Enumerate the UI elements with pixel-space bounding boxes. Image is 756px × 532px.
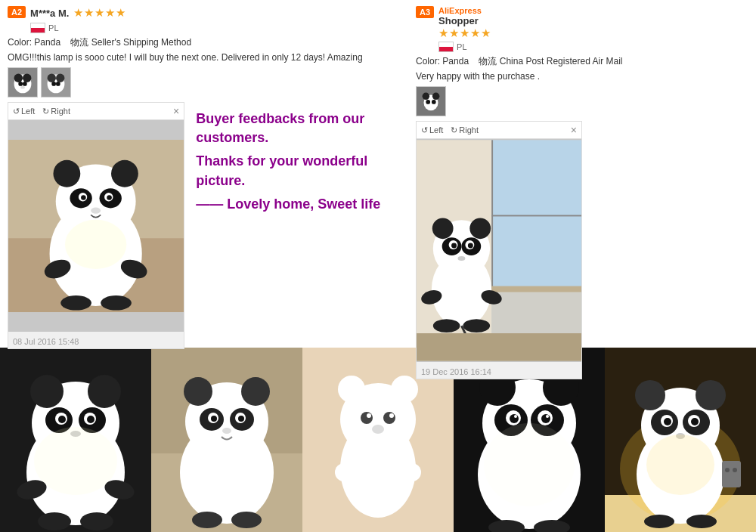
shopper-label: Shopper [438,15,491,26]
overlay-text-box: Buyer feedbacks from our customers. Than… [192,102,401,226]
reviews-section: A2 M***a M. ★★★★★ PL Color: Panda 物流 Sel… [0,0,756,348]
svg-point-131 [664,418,671,425]
svg-point-46 [469,218,491,239]
svg-point-97 [383,412,395,424]
svg-point-9 [48,74,56,82]
svg-point-17 [53,160,80,187]
svg-point-136 [725,468,730,472]
svg-point-33 [423,93,430,101]
image-viewer-left: ↺ Left ↻ Right × [8,102,184,349]
color-label-right: Color: [416,56,440,66]
svg-point-52 [468,243,473,249]
overlay-line2: Thanks for your wonderful picture. [196,152,397,190]
svg-point-51 [451,243,457,249]
country-code-left: PL [48,23,58,32]
svg-point-114 [541,414,550,423]
rotate-left-btn[interactable]: ↺ Left [13,107,35,116]
stars-row-left: M***a M. ★★★★★ [30,6,126,20]
gallery-img-1 [0,348,151,532]
svg-point-98 [367,413,371,418]
svg-rect-40 [491,215,581,216]
shipping-value-left: Seller's Shipping Method [91,37,191,48]
svg-point-87 [238,416,244,422]
color-value-right: Panda [442,56,469,66]
flag-pl-left [30,23,45,33]
svg-point-55 [463,319,490,332]
svg-point-134 [646,435,714,495]
svg-point-137 [733,468,737,472]
svg-point-54 [433,319,460,332]
gallery-img-2 [151,348,302,532]
svg-point-12 [56,82,60,86]
svg-point-10 [56,74,64,82]
svg-point-96 [361,412,373,424]
svg-point-113 [510,414,519,423]
svg-point-138 [644,515,674,528]
viewer-toolbar-right: ↺ Left ↻ Right × [417,122,581,139]
thumbnails-left [8,67,401,97]
viewer-toolbar-left: ↺ Left ↻ Right × [8,103,184,120]
stars-right: ★★★★★ [438,26,491,40]
thumbnails-right [416,86,748,116]
rotate-left-btn-right[interactable]: ↺ Left [421,125,443,135]
close-viewer-btn[interactable]: × [173,105,179,117]
svg-point-5 [23,82,27,86]
svg-point-72 [38,512,71,530]
svg-point-71 [34,427,117,495]
rotate-right-btn[interactable]: ↻ Right [42,107,70,116]
svg-point-45 [432,218,454,239]
svg-point-99 [389,413,394,418]
svg-point-53 [458,256,466,261]
overlay-container: ↺ Left ↻ Right × [8,102,401,349]
svg-point-28 [60,295,91,311]
thumb-2[interactable] [41,67,71,97]
reviewer-name-left: M***a M. [30,8,69,19]
svg-point-116 [546,415,549,418]
country-code-right: PL [457,42,466,51]
review-date-right: 19 Dec 2016 16:14 [417,365,581,379]
svg-point-23 [81,195,86,200]
svg-point-6 [20,86,25,89]
shipping-label-left: 物流 [70,37,88,48]
reviewer-info-left: M***a M. ★★★★★ PL [30,6,126,33]
svg-point-95 [391,376,418,403]
svg-point-36 [432,100,436,104]
color-label-left: Color: [8,37,32,48]
review-text-left: OMG!!!this lamp is sooo cute! I will buy… [8,52,401,63]
svg-point-62 [30,375,64,408]
review-right: A3 AliExpress Shopper ★★★★★ PL Color: Pa… [416,6,748,342]
svg-point-30 [65,220,126,269]
svg-rect-58 [417,333,581,361]
close-viewer-btn-right[interactable]: × [571,124,577,136]
main-review-image-left [8,120,184,332]
svg-point-35 [426,100,430,104]
rotate-right-btn-right[interactable]: ↻ Right [451,125,479,135]
svg-point-90 [231,512,262,528]
svg-point-81 [241,377,270,406]
overlay-line1: Buyer feedbacks from our customers. [196,110,397,147]
svg-point-69 [87,416,94,423]
svg-point-115 [514,415,517,418]
country-left: PL [30,23,126,33]
svg-point-89 [192,512,222,528]
review-left: A2 M***a M. ★★★★★ PL Color: Panda 物流 Sel… [8,6,401,342]
shipping-label-right: 物流 [479,56,497,66]
thumb-right-1[interactable] [416,86,446,116]
svg-point-24 [107,195,112,200]
svg-point-63 [88,375,121,408]
aliexpress-shopper: AliExpress Shopper [438,6,491,26]
svg-point-80 [184,377,212,406]
svg-point-102 [403,463,421,481]
svg-point-88 [222,428,231,434]
gallery-img-5 [605,348,756,532]
image-viewer-right: ↺ Left ↻ Right × [416,121,582,379]
color-value-left: Panda [34,37,60,48]
reviewer-header-left: A2 M***a M. ★★★★★ PL [8,6,401,33]
svg-point-34 [432,93,440,101]
thumb-1[interactable] [8,67,38,97]
svg-point-117 [484,423,575,506]
bottom-gallery [0,348,756,532]
svg-point-2 [14,74,23,82]
svg-point-103 [352,435,404,495]
svg-point-132 [691,418,699,425]
